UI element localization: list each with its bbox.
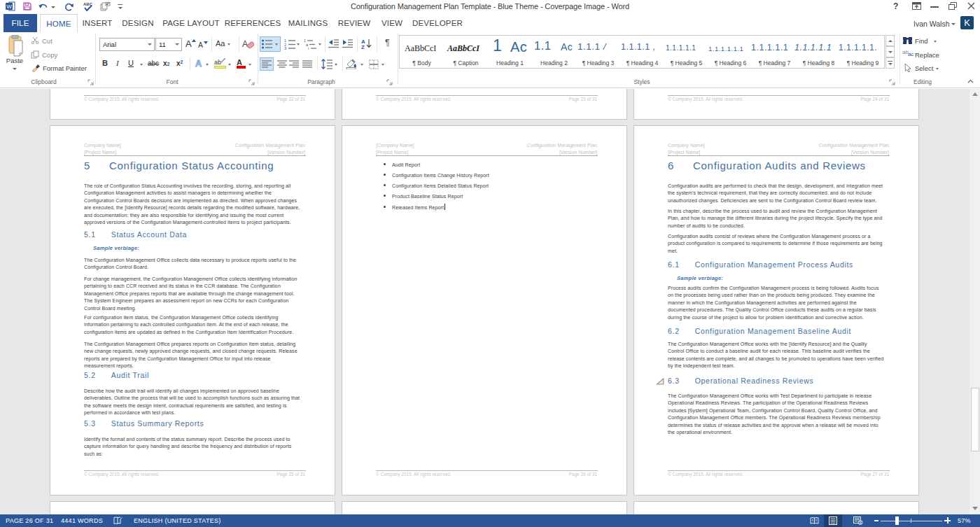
svg-text:A: A xyxy=(242,39,248,49)
svg-text:Z: Z xyxy=(361,44,365,50)
svg-text:i: i xyxy=(308,46,309,50)
svg-text:3: 3 xyxy=(284,46,286,50)
